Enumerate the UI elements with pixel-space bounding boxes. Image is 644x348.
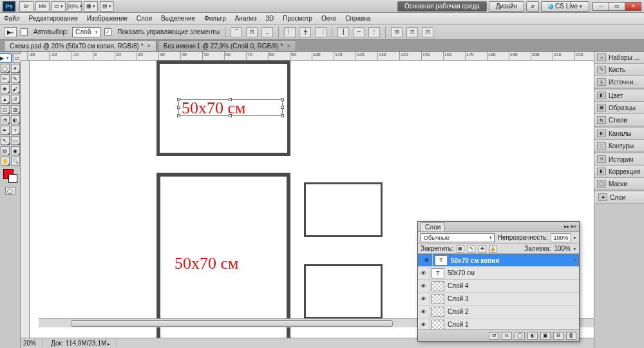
minibridge-icon[interactable]: Mb xyxy=(35,1,50,12)
distribute-h-icon[interactable]: ┇ xyxy=(337,27,349,37)
menu-file[interactable]: Файл xyxy=(4,15,20,22)
menu-view[interactable]: Просмотр xyxy=(283,15,312,22)
status-zoom[interactable]: 20% xyxy=(23,340,43,347)
text-layer-copy[interactable]: 50х70 см xyxy=(182,99,246,118)
panel-[interactable]: ◧Цвет xyxy=(594,90,644,102)
layer-action-5[interactable]: ⊟ xyxy=(553,332,564,340)
lock-all-icon[interactable]: 🔒 xyxy=(489,245,497,253)
lasso-tool[interactable]: ◯ xyxy=(1,64,10,73)
visibility-toggle[interactable]: 👁 xyxy=(418,280,430,293)
shape-tool[interactable]: ▭ xyxy=(11,136,20,145)
menu-analysis[interactable]: Анализ xyxy=(235,15,257,22)
align-top-icon[interactable]: ⎺ xyxy=(231,27,242,37)
layer-action-2[interactable]: ◯ xyxy=(515,332,525,340)
wand-tool[interactable]: ✦ xyxy=(11,64,20,73)
layer-thumbnail[interactable]: T xyxy=(431,268,444,278)
panel-[interactable]: ≡Наборы ... xyxy=(594,52,644,64)
layer-name[interactable]: Слой 4 xyxy=(446,282,579,289)
opacity-input[interactable]: 100% xyxy=(551,233,571,242)
quick-mask-toggle[interactable]: ◯ xyxy=(5,187,15,195)
eyedropper-tool[interactable]: ✎ xyxy=(11,74,20,83)
layer-thumbnail[interactable] xyxy=(431,281,444,291)
close-icon[interactable]: × xyxy=(147,43,151,49)
menu-image[interactable]: Изображение xyxy=(87,15,128,22)
menu-select[interactable]: Выделение xyxy=(161,15,195,22)
layer-thumbnail[interactable]: T xyxy=(435,255,448,266)
distribute-v-icon[interactable]: ┅ xyxy=(353,27,365,37)
lock-brush-icon[interactable]: ✎ xyxy=(468,245,475,253)
extras-dropdown[interactable]: ▤ xyxy=(100,1,114,12)
align-left-icon[interactable]: ⎸ xyxy=(284,27,296,37)
menu-layers[interactable]: Слои xyxy=(137,15,152,22)
layer-action-4[interactable]: ▣ xyxy=(540,332,551,340)
screen-mode-dropdown[interactable]: ▭ xyxy=(52,1,66,12)
align-hcenter-icon[interactable]: ┿ xyxy=(299,27,311,37)
lock-pixels-icon[interactable]: ▦ xyxy=(457,245,464,253)
hand-tool[interactable]: ✋ xyxy=(1,157,10,166)
panel-[interactable]: §Источни... xyxy=(594,76,644,88)
auto-select-kind-dropdown[interactable]: Слой xyxy=(72,27,100,37)
panel-[interactable]: ⟲История xyxy=(594,153,644,166)
visibility-toggle[interactable]: 👁 xyxy=(418,293,430,305)
layer-action-1[interactable]: fx xyxy=(502,332,512,340)
panel-[interactable]: ◯Маски xyxy=(594,178,644,190)
visibility-toggle[interactable]: 👁 xyxy=(418,267,430,280)
layer-thumbnail[interactable] xyxy=(431,307,444,317)
layer-action-6[interactable]: 🗑 xyxy=(566,332,576,340)
menu-3d[interactable]: 3D xyxy=(265,15,274,22)
stamp-tool[interactable]: ▲ xyxy=(1,95,10,104)
auto-blend-icon[interactable]: ⊡ xyxy=(406,27,418,37)
panel-[interactable]: ◌Контуры xyxy=(594,140,644,152)
blur-tool[interactable]: ◔ xyxy=(1,115,10,124)
auto-select-checkbox[interactable] xyxy=(21,28,28,35)
layers-panel[interactable]: Слои ▸▸ ▾≡ Обычные Непрозрачность: 100%▸… xyxy=(417,221,580,342)
layer-name[interactable]: 50x70 см xyxy=(446,269,579,276)
layer-action-0[interactable]: ⇄ xyxy=(489,332,499,340)
workspace-design-button[interactable]: Дизайн xyxy=(489,1,525,12)
panel-[interactable]: ◐Каналы xyxy=(594,128,644,140)
eraser-tool[interactable]: ◫ xyxy=(1,105,10,114)
visibility-toggle[interactable]: 👁 xyxy=(418,305,430,318)
visibility-toggle[interactable]: 👁 xyxy=(421,254,433,267)
visibility-toggle[interactable]: 👁 xyxy=(418,318,430,330)
3d-camera-tool[interactable]: ◉ xyxy=(11,146,20,155)
panel-[interactable]: fxСтили xyxy=(594,114,644,126)
background-color-swatch[interactable] xyxy=(8,174,17,183)
layer-row[interactable]: 👁Слой 2 xyxy=(418,305,579,318)
current-tool-icon[interactable]: ▶+ xyxy=(4,27,17,37)
menu-window[interactable]: Окно xyxy=(321,15,336,22)
status-doc-size[interactable]: Док: 114,9M/23,1M▸ xyxy=(51,340,117,347)
history-brush-tool[interactable]: ↺ xyxy=(11,95,20,104)
heal-tool[interactable]: ✚ xyxy=(1,84,10,93)
arrange-dropdown[interactable]: ▦ xyxy=(84,1,98,12)
document-tab-2[interactable]: Без имени-1 @ 27,9% (Слой 0, RGB/8) *× xyxy=(158,40,296,51)
menu-filter[interactable]: Фильтр xyxy=(204,15,226,22)
panel-[interactable]: ▦Образцы xyxy=(594,102,644,114)
document-tab-1[interactable]: Схема.psd @ 20% (50x70 см копия, RGB/8) … xyxy=(4,40,156,51)
layer-action-3[interactable]: ◐ xyxy=(527,332,538,340)
path-tool[interactable]: ↖ xyxy=(1,136,10,145)
window-close-button[interactable]: ✕ xyxy=(625,2,641,11)
close-icon[interactable]: × xyxy=(287,43,290,49)
crop-tool[interactable]: ✂ xyxy=(1,74,10,83)
align-bottom-icon[interactable]: ⎽ xyxy=(261,27,273,37)
move-tool[interactable]: ▶ xyxy=(0,53,12,63)
menu-edit[interactable]: Редактирование xyxy=(29,15,78,22)
type-tool[interactable]: T xyxy=(11,126,20,135)
layer-name[interactable]: Слой 3 xyxy=(446,295,579,302)
window-maximize-button[interactable]: ▭ xyxy=(609,2,625,11)
layer-row[interactable]: 👁T50x70 см копия xyxy=(418,254,579,267)
align-vcenter-icon[interactable]: ⊟ xyxy=(246,27,258,37)
gradient-tool[interactable]: ▥ xyxy=(11,105,20,114)
layer-row[interactable]: 👁Слой 3 xyxy=(418,293,579,305)
brush-tool[interactable]: 🖌 xyxy=(11,84,20,93)
show-controls-checkbox[interactable] xyxy=(104,28,111,35)
layer-name[interactable]: Слой 2 xyxy=(446,308,579,315)
menu-help[interactable]: Справка xyxy=(345,15,370,22)
distribute-3-icon[interactable]: ⋮ xyxy=(368,27,380,37)
zoom-dropdown[interactable]: 20% xyxy=(68,1,82,12)
layer-name[interactable]: 50x70 см копия xyxy=(450,257,569,264)
dodge-tool[interactable]: ◐ xyxy=(11,115,20,124)
lock-position-icon[interactable]: ✥ xyxy=(478,245,486,253)
layer-thumbnail[interactable] xyxy=(431,294,444,304)
